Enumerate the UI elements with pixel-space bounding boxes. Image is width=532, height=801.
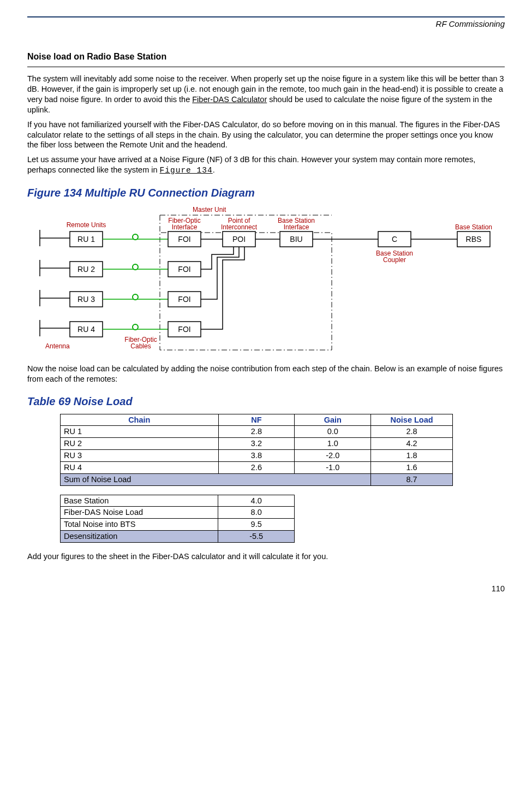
section-heading: Noise load on Radio Base Station [27,51,505,63]
svg-text:FOI: FOI [178,295,190,304]
fiber-das-calculator-link[interactable]: Fiber-DAS Calculator [192,95,267,104]
svg-point-23 [133,324,138,330]
svg-text:RU 3: RU 3 [77,295,95,304]
col-nf: NF [218,414,295,426]
cell: RU 2 [61,438,219,450]
page-number: 110 [27,584,505,594]
paragraph-5: Add your figures to the sheet in the Fib… [27,551,505,562]
desens-value: -5.5 [218,531,295,543]
svg-point-5 [133,234,138,240]
cell: 3.8 [218,450,295,462]
paragraph-1: The system will inevitably add some nois… [27,74,505,115]
biu-top-label-2: Interface [283,223,309,231]
cell: 8.0 [218,507,295,519]
cell: Fiber-DAS Noise Load [61,507,218,519]
desens-label: Desensitization [61,531,218,543]
remote-units-label: Remote Units [66,221,106,229]
cell: 4.0 [218,495,295,507]
bts-table: Base Station 4.0 Fiber-DAS Noise Load 8.… [60,495,295,543]
svg-text:RU 4: RU 4 [77,325,95,334]
cell: 1.0 [295,438,371,450]
cell: Total Noise into BTS [61,519,218,531]
paragraph-4: Now the noise load can be calculated by … [27,364,505,384]
master-unit-label: Master Unit [193,206,226,213]
svg-point-17 [133,294,138,300]
svg-point-11 [133,264,138,270]
paragraph-3-text-b: . [213,165,215,174]
svg-text:C: C [391,235,397,244]
paragraph-3: Let us assume your have arrived at a Noi… [27,155,505,176]
paragraph-3-text-a: Let us assume your have arrived at a Noi… [27,155,475,174]
sum-label: Sum of Noise Load [61,473,371,485]
cell: RU 1 [61,426,219,438]
coupler-label-2: Coupler [382,256,405,264]
svg-text:RU 2: RU 2 [77,265,95,274]
svg-text:POI: POI [232,235,245,244]
figure-caption: Figure 134 Multiple RU Connection Diagra… [27,186,505,200]
ru-row-1: RU 1 [40,230,168,247]
col-noise-load: Noise Load [371,414,453,426]
svg-text:RU 1: RU 1 [77,235,95,244]
bs-top-label: Base Station [455,223,492,231]
cell: RU 3 [61,450,219,462]
cell: 2.8 [218,426,295,438]
table-caption: Table 69 Noise Load [27,394,505,408]
cell: 2.6 [218,461,295,473]
svg-text:RBS: RBS [465,235,481,244]
poi-top-label-2: Interconnect [220,223,257,231]
running-header: RF Commissioning [27,19,505,29]
cell: 1.8 [371,450,453,462]
cell: -1.0 [295,461,371,473]
ru-row-3: RU 3 [40,290,168,307]
svg-text:BIU: BIU [290,235,302,244]
cables-label-2: Cables [130,342,151,350]
paragraph-2: If you have not familiarized yourself wi… [27,120,505,151]
svg-text:FOI: FOI [178,235,190,244]
foi-top-label-2: Interface [171,223,197,231]
ru-row-4: RU 4 [40,320,168,337]
cell: -2.0 [295,450,371,462]
col-chain: Chain [61,414,219,426]
col-gain: Gain [295,414,371,426]
cell: 9.5 [218,519,295,531]
noise-load-table: Chain NF Gain Noise Load RU 1 2.8 0.0 2.… [60,414,453,486]
header-rule [27,16,505,17]
cell: 1.6 [371,461,453,473]
section-rule [27,67,505,67]
cell: RU 4 [61,461,219,473]
antenna-label: Antenna [45,342,70,350]
cell: 2.8 [371,426,453,438]
cell: 0.0 [295,426,371,438]
cell: 4.2 [371,438,453,450]
figure-134-link[interactable]: Figure 134 [160,166,213,175]
cell: Base Station [61,495,218,507]
cell: 3.2 [218,438,295,450]
sum-value: 8.7 [371,473,453,485]
svg-text:FOI: FOI [178,265,190,274]
ru-row-2: RU 2 [40,260,168,277]
connection-diagram: .box { fill:#fff; stroke:#000; stroke-wi… [37,205,495,358]
svg-text:FOI: FOI [178,325,190,334]
